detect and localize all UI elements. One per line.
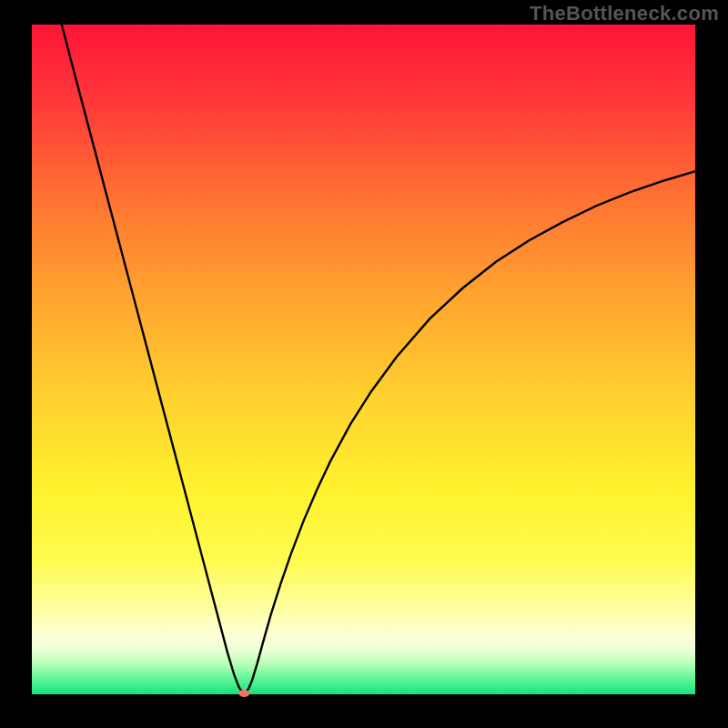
chart-frame: TheBottleneck.com [0,0,728,728]
plot-background [32,25,695,694]
gradient-chart [0,0,728,728]
minimum-marker [238,690,249,697]
watermark-text: TheBottleneck.com [530,2,719,25]
